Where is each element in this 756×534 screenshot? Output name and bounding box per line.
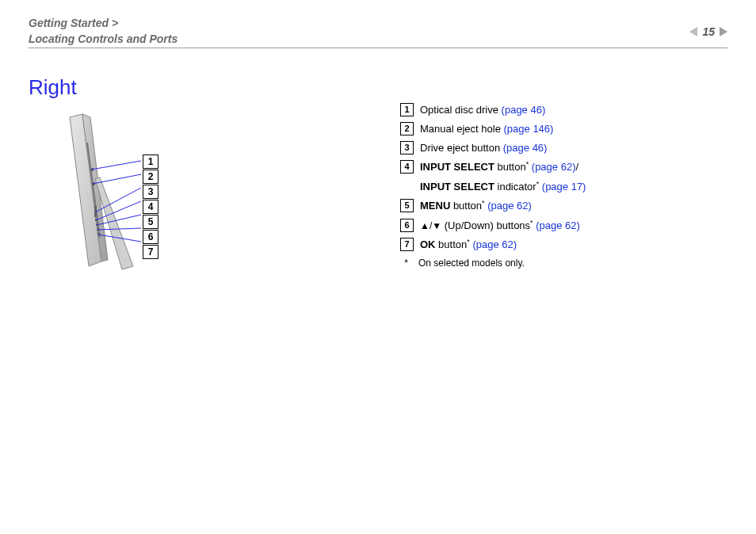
list-item-continuation: INPUT SELECT indicator* (page 17) xyxy=(420,178,586,196)
page-link[interactable]: (page 62) xyxy=(536,219,580,231)
breadcrumb: Getting Started > Locating Controls and … xyxy=(29,16,727,47)
footnote: * On selected models only. xyxy=(400,255,586,271)
page-link[interactable]: (page 46) xyxy=(502,104,546,116)
item-number: 1 xyxy=(400,103,414,116)
page-link[interactable]: (page 62) xyxy=(472,238,517,250)
item-text-bold: OK xyxy=(420,238,436,250)
item-text: Optical disc drive xyxy=(420,104,502,116)
list-item: 4 INPUT SELECT button* (page 62)/ xyxy=(400,158,586,176)
callout-box: 2 xyxy=(143,170,158,184)
item-text: Drive eject button xyxy=(420,142,503,154)
footnote-text: On selected models only. xyxy=(418,255,525,271)
item-text: button xyxy=(494,162,526,174)
item-number: 5 xyxy=(400,199,414,212)
page-link[interactable]: (page 146) xyxy=(504,123,554,135)
item-text: (Up/Down) buttons xyxy=(441,219,530,231)
page-navigation: 15 xyxy=(689,25,727,38)
next-page-icon[interactable] xyxy=(720,27,727,36)
list-item: 2 Manual eject hole (page 146) xyxy=(400,120,586,138)
item-number: 3 xyxy=(400,141,414,154)
device-diagram xyxy=(55,111,182,277)
page-number: 15 xyxy=(702,25,715,38)
item-text: button xyxy=(450,200,482,212)
item-number: 6 xyxy=(400,219,414,232)
list-item: 5 MENU button* (page 62) xyxy=(400,197,586,215)
item-number: 7 xyxy=(400,238,414,251)
callout-box: 5 xyxy=(143,215,158,229)
callout-box: 4 xyxy=(143,200,158,214)
item-text: button xyxy=(436,238,468,250)
list-item: 7 OK button* (page 62) xyxy=(400,236,586,254)
svg-line-15 xyxy=(97,215,141,225)
item-number: 2 xyxy=(400,122,414,135)
separator: / xyxy=(575,162,578,174)
prev-page-icon[interactable] xyxy=(689,27,697,36)
item-text-bold: INPUT SELECT xyxy=(420,181,494,193)
item-text: indicator xyxy=(494,181,536,193)
item-text-bold: MENU xyxy=(420,200,450,212)
list-item: 1 Optical disc drive (page 46) xyxy=(400,101,586,119)
svg-line-11 xyxy=(91,161,141,170)
list-item: 6 ▲/▼ (Up/Down) buttons* (page 62) xyxy=(400,217,586,235)
item-text: Manual eject hole xyxy=(420,123,504,135)
up-down-arrows-icon: ▲/▼ xyxy=(420,220,441,231)
footnote-marker: * xyxy=(400,255,412,271)
callout-box: 7 xyxy=(143,245,158,259)
diagram-callouts: 1 2 3 4 5 6 7 xyxy=(143,154,158,260)
page-link[interactable]: (page 62) xyxy=(487,200,532,212)
breadcrumb-line-1: Getting Started > xyxy=(29,16,727,32)
callout-box: 1 xyxy=(143,154,158,169)
item-text-bold: INPUT SELECT xyxy=(420,162,494,174)
section-title: Right xyxy=(29,75,77,100)
callout-box: 6 xyxy=(143,230,158,244)
page-header: Getting Started > Locating Controls and … xyxy=(29,16,727,47)
page-link[interactable]: (page 46) xyxy=(503,142,548,154)
header-rule xyxy=(29,48,727,48)
page-link[interactable]: (page 17) xyxy=(542,181,586,193)
page-link[interactable]: (page 62) xyxy=(532,162,576,174)
item-number: 4 xyxy=(400,160,414,174)
description-list: 1 Optical disc drive (page 46) 2 Manual … xyxy=(400,101,586,272)
list-item: 3 Drive eject button (page 46) xyxy=(400,139,586,157)
callout-box: 3 xyxy=(143,185,158,199)
breadcrumb-line-2: Locating Controls and Ports xyxy=(29,32,727,48)
